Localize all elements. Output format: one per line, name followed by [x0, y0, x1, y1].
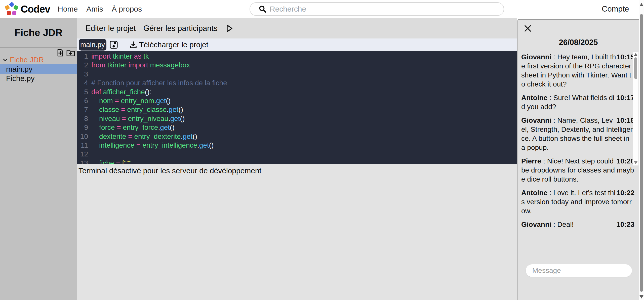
file-item-main.py[interactable]: main.py [0, 64, 77, 74]
download-project-button[interactable]: Télécharger le projet [130, 40, 208, 49]
nav-link-apropos[interactable]: À propos [112, 5, 142, 13]
close-icon [523, 24, 532, 33]
tree-root[interactable]: Fiche JDR [0, 55, 77, 64]
play-icon [226, 24, 233, 33]
search-box[interactable] [250, 2, 504, 16]
page-scroll-up-icon[interactable] [639, 3, 643, 6]
file-item-Fiche.py[interactable]: Fiche.py [0, 74, 77, 83]
sidebar: Fiche JDR Fiche JDR main.pyFiche.py [0, 18, 77, 300]
code-line: 4# Fonction pour afficher les infos de l… [77, 78, 517, 87]
chat-message: 10:20Pierre : Nice! Next step could be d… [521, 157, 634, 184]
search-icon [259, 5, 267, 13]
scroll-down-icon[interactable] [634, 161, 638, 164]
scroll-up-icon[interactable] [634, 53, 638, 56]
edit-project-link[interactable]: Editer le projet [86, 24, 136, 33]
page-scrollbar[interactable] [639, 0, 644, 300]
brand-name: Codev [21, 4, 50, 15]
chat-message: 10:15Giovanni : Hey team, I built the fi… [521, 53, 634, 89]
code-line: 1import tkinter as tk [77, 52, 517, 61]
codev-logo-icon [5, 2, 19, 16]
file-tree: Fiche JDR main.pyFiche.py [0, 55, 77, 83]
sidebar-divider [0, 47, 77, 48]
chat-panel: 26/08/2025 10:15Giovanni : Hey team, I b… [517, 19, 639, 300]
save-file-button[interactable] [109, 40, 118, 50]
code-editor[interactable]: 1import tkinter as tk2from tkinter impor… [77, 51, 517, 164]
code-line: 6 nom = entry_nom.get() [77, 96, 517, 105]
chat-scrollbar[interactable] [633, 52, 638, 165]
code-lines: 1import tkinter as tk2from tkinter impor… [77, 52, 517, 164]
code-line: 3 [77, 70, 517, 78]
nav-link-home[interactable]: Home [58, 5, 78, 13]
code-line: 12 [77, 150, 517, 158]
save-icon [109, 40, 118, 49]
chat-message: 10:17Antoine : Sure! What fields did you… [521, 93, 634, 111]
chat-message-input[interactable] [526, 264, 632, 277]
chat-message: 10:22Antoine : Love it. Let’s test this … [521, 188, 634, 216]
project-toolbar: Editer le projet Gérer les participants [77, 18, 517, 38]
download-icon [130, 41, 137, 49]
terminal-message: Terminal désactivé pour les serveur de d… [77, 164, 517, 175]
code-line: 11 intelligence = entry_intelligence.get… [77, 141, 517, 150]
run-project-button[interactable] [226, 24, 233, 33]
nav-link-amis[interactable]: Amis [86, 5, 103, 13]
chevron-down-icon [3, 57, 8, 63]
chat-messages: 10:15Giovanni : Hey team, I built the fi… [521, 53, 634, 234]
code-line: 8 niveau = entry_niveau.get() [77, 114, 517, 123]
chat-scrollbar-thumb[interactable] [634, 57, 637, 79]
chat-close-button[interactable] [523, 24, 532, 34]
navbar: Codev Home Amis À propos Compte [0, 0, 639, 18]
code-line: 13 fiche = f""" [77, 159, 517, 164]
account-link[interactable]: Compte [602, 5, 629, 14]
main-area: Editer le projet Gérer les participants … [77, 18, 517, 300]
download-label: Télécharger le projet [139, 40, 208, 49]
terminal-area: Terminal désactivé pour les serveur de d… [77, 164, 517, 175]
page-scrollbar-thumb[interactable] [640, 14, 643, 292]
search-input[interactable] [269, 5, 484, 14]
nav-links: Home Amis À propos [58, 5, 142, 13]
chat-date: 26/08/2025 [518, 38, 639, 47]
code-line: 2from tkinter import messagebox [77, 61, 517, 69]
chat-message: 10:23Giovanni : Deal! [521, 220, 634, 229]
code-line: 5def afficher_fiche(): [77, 88, 517, 96]
chat-message: 10:18Giovanni : Name, Class, Level, Stre… [521, 116, 634, 152]
manage-participants-link[interactable]: Gérer les participants [143, 24, 218, 33]
code-line: 9 force = entry_force.get() [77, 123, 517, 132]
page-scroll-down-icon[interactable] [639, 295, 643, 298]
editor-tabbar: main.py Télécharger le projet [77, 38, 517, 51]
project-title: Fiche JDR [0, 18, 77, 38]
brand[interactable]: Codev [5, 2, 50, 16]
file-tree-files: main.pyFiche.py [0, 64, 77, 83]
tab-main-py[interactable]: main.py [79, 39, 106, 51]
tree-root-label: Fiche JDR [10, 56, 44, 64]
code-line: 10 dexterite = entry_dexterite.get() [77, 132, 517, 141]
code-line: 7 classe = entry_classe.get() [77, 105, 517, 114]
